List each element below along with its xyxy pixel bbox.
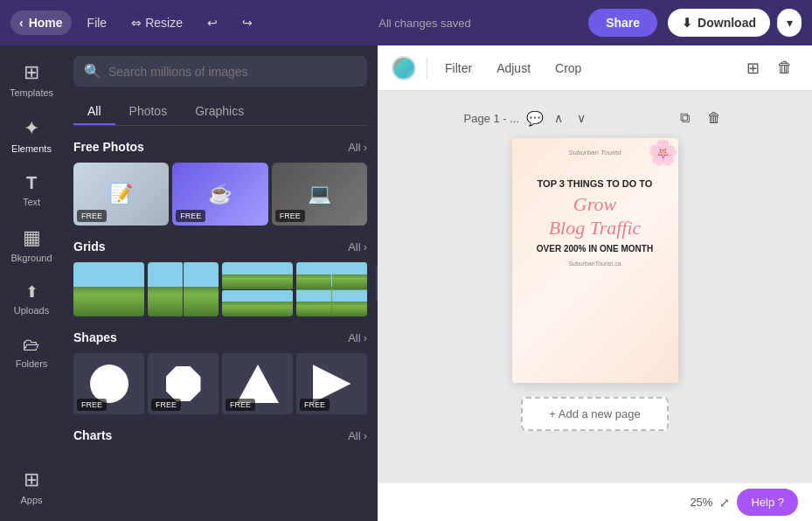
zoom-level: 25% [690, 496, 712, 509]
sidebar-bkground-label: Bkground [10, 253, 52, 263]
help-button[interactable]: Help ? [737, 489, 798, 516]
background-icon: ▦ [23, 226, 41, 249]
sidebar-text-label: Text [23, 197, 40, 207]
canvas-sub-text: OVER 200% IN ONE MONTH [537, 243, 653, 255]
main-layout: ⊞ Templates ✦ Elements T Text ▦ Bkground… [0, 45, 812, 521]
shapes-all-btn[interactable]: All › [348, 331, 367, 344]
free-badge: FREE [77, 210, 107, 222]
octagon-shape [166, 366, 201, 401]
home-label: Home [29, 16, 63, 30]
canvas-toolbar: Filter Adjust Crop ⊞ 🗑 [378, 45, 812, 91]
download-button[interactable]: ⬇ Download [668, 9, 770, 37]
mosaic-btn[interactable]: ⊞ [741, 55, 765, 81]
page-controls: Page 1 - ... 💬 ∧ ∨ ⧉ 🗑 [464, 108, 726, 128]
download-chevron-btn[interactable]: ▾ [777, 9, 802, 37]
sidebar-item-apps[interactable]: ⊞ Apps [0, 462, 63, 512]
crop-btn[interactable]: Crop [548, 58, 588, 79]
shapes-grid: FREE FREE FREE FREE [73, 353, 367, 414]
undo-btn[interactable]: ↩ [198, 10, 226, 35]
saved-status: All changes saved [268, 17, 581, 30]
grid-item[interactable] [222, 262, 293, 316]
elements-icon: ✦ [24, 117, 39, 140]
photo-item[interactable]: 💻 FREE [272, 163, 367, 226]
canvas-footer: SuburbanTourist.ca [568, 260, 621, 267]
share-button[interactable]: Share [588, 9, 657, 37]
sidebar-item-templates[interactable]: ⊞ Templates [0, 54, 63, 105]
search-icon: 🔍 [84, 63, 101, 80]
tab-all[interactable]: All [73, 99, 115, 125]
nav-home-btn[interactable]: ‹ Home [10, 10, 72, 35]
shape-octagon-item[interactable]: FREE [148, 353, 219, 414]
zoom-expand-icon[interactable]: ⤢ [719, 496, 730, 510]
text-icon: T [26, 173, 37, 193]
sidebar-item-text[interactable]: T Text [0, 166, 63, 214]
panel-tabs: All Photos Graphics [73, 99, 367, 126]
add-page-button[interactable]: + Add a new page [521, 397, 668, 431]
canvas-bottom-bar: 25% ⤢ Help ? [378, 483, 812, 521]
photo-item[interactable]: ☕ FREE [172, 163, 267, 226]
circle-shape [90, 365, 128, 403]
tab-graphics[interactable]: Graphics [181, 99, 258, 125]
shapes-header: Shapes All › [73, 330, 367, 344]
resize-icon: ⇔ [131, 16, 142, 30]
free-photos-header: Free Photos All › [73, 140, 367, 154]
icon-sidebar: ⊞ Templates ✦ Elements T Text ▦ Bkground… [0, 45, 63, 521]
color-picker-btn[interactable] [392, 56, 416, 80]
canvas-scroll[interactable]: Page 1 - ... 💬 ∧ ∨ ⧉ 🗑 🌸 Suburban Touris… [378, 91, 812, 521]
elements-panel: 🔍 All Photos Graphics Free Photos All › … [63, 45, 378, 521]
chevron-right-icon: › [364, 331, 367, 344]
panel-toggle-btn[interactable]: ‹ [376, 266, 378, 301]
top-nav: ‹ Home File ⇔ Resize ↩ ↪ All changes sav… [0, 0, 812, 45]
search-input[interactable] [108, 65, 357, 79]
download-label: Download [697, 16, 756, 30]
sidebar-uploads-label: Uploads [14, 305, 49, 316]
filter-btn[interactable]: Filter [438, 58, 479, 79]
canvas-brand: Suburban Tourist [568, 149, 621, 156]
canvas-top-text: TOP 3 THINGS TO DO TO [538, 177, 653, 190]
chevron-right-icon: › [364, 240, 367, 254]
grid-item[interactable] [296, 262, 367, 316]
grid-item[interactable] [73, 262, 144, 316]
shape-triangle-item[interactable]: FREE [222, 353, 293, 414]
redo-btn[interactable]: ↪ [233, 10, 261, 35]
toolbar-separator [427, 58, 427, 79]
canvas-inner: 🌸 Suburban Tourist TOP 3 THINGS TO DO TO… [512, 138, 678, 383]
sidebar-item-elements[interactable]: ✦ Elements [0, 110, 63, 161]
canvas-area: Filter Adjust Crop ⊞ 🗑 Page 1 - ... 💬 ∧ … [378, 45, 812, 521]
redo-icon: ↪ [242, 16, 253, 30]
charts-header: Charts All › [73, 428, 367, 442]
sidebar-folders-label: Folders [16, 358, 48, 369]
right-triangle-shape [313, 365, 351, 403]
grid-item[interactable] [148, 262, 219, 316]
adjust-btn[interactable]: Adjust [489, 58, 538, 79]
charts-title: Charts [73, 428, 112, 442]
photo-item[interactable]: 📝 FREE [73, 163, 169, 226]
shape-rtriangle-item[interactable]: FREE [296, 353, 367, 414]
toolbar-end: ⊞ 🗑 [741, 55, 798, 81]
page-label: Page 1 - ... [464, 112, 520, 125]
sidebar-item-uploads[interactable]: ⬆ Uploads [0, 275, 63, 323]
charts-all-btn[interactable]: All › [348, 429, 367, 442]
page-up-btn[interactable]: ∧ [551, 109, 566, 127]
grids-all-btn[interactable]: All › [348, 240, 367, 254]
chevron-left-icon: ‹ [19, 16, 24, 30]
grids-header: Grids All › [73, 240, 367, 254]
shape-circle-item[interactable]: FREE [73, 353, 144, 414]
free-badge: FREE [275, 210, 305, 222]
free-badge: FREE [151, 399, 181, 411]
sidebar-item-folders[interactable]: 🗁 Folders [0, 328, 63, 376]
delete-btn[interactable]: 🗑 [772, 55, 798, 81]
nav-file-btn[interactable]: File [79, 10, 116, 35]
page-down-btn[interactable]: ∨ [573, 109, 589, 127]
copy-page-btn[interactable]: ⧉ [675, 108, 695, 128]
tab-photos[interactable]: Photos [115, 99, 182, 125]
nav-resize-btn[interactable]: ⇔ Resize [122, 10, 191, 35]
sidebar-item-bkground[interactable]: ▦ Bkground [0, 219, 63, 270]
delete-page-btn[interactable]: 🗑 [702, 108, 726, 128]
free-badge: FREE [300, 399, 330, 411]
canvas-card[interactable]: 🌸 Suburban Tourist TOP 3 THINGS TO DO TO… [512, 138, 678, 383]
comment-icon[interactable]: 💬 [526, 110, 544, 127]
templates-icon: ⊞ [24, 61, 39, 84]
free-photos-all-btn[interactable]: All › [348, 141, 367, 154]
grids-grid [73, 262, 367, 316]
